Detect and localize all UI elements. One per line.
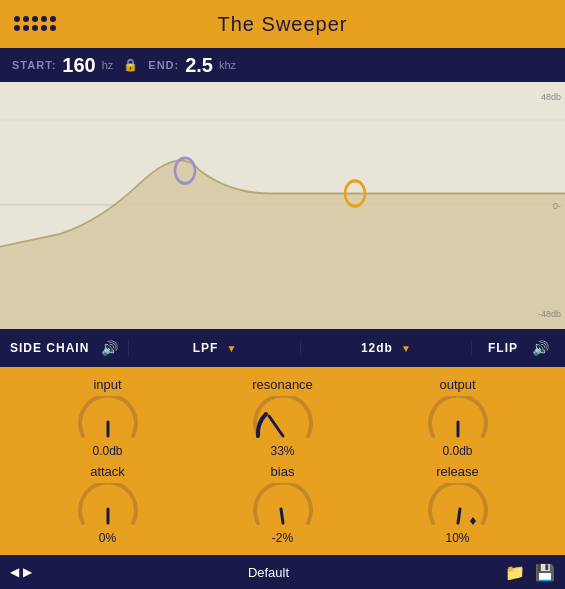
knob-row-1: input 0.0db resonance bbox=[20, 377, 545, 458]
db-top-label: 48db bbox=[541, 92, 561, 102]
preset-name: Default bbox=[32, 565, 505, 580]
svg-marker-12 bbox=[470, 517, 476, 525]
eq-display[interactable]: 48db 0- -48db bbox=[0, 82, 565, 329]
svg-line-11 bbox=[458, 509, 460, 523]
lock-icon[interactable]: 🔒 bbox=[123, 58, 138, 72]
footer: ◀ ▶ Default 📁 💾 bbox=[0, 555, 565, 589]
flip-label: FLIP bbox=[488, 341, 518, 355]
end-unit: khz bbox=[219, 59, 236, 71]
attack-knob-group: attack 0% bbox=[43, 464, 173, 545]
sidechain-label: SIDE CHAIN bbox=[10, 341, 89, 355]
release-label: release bbox=[436, 464, 479, 479]
start-value[interactable]: 160 bbox=[62, 54, 95, 77]
input-knob[interactable] bbox=[73, 396, 143, 440]
sidechain-section[interactable]: SIDE CHAIN 🔊 bbox=[0, 340, 129, 356]
svg-line-10 bbox=[281, 509, 283, 523]
resonance-knob[interactable] bbox=[248, 396, 318, 440]
header: The Sweeper bbox=[0, 0, 565, 48]
db-arrow-icon[interactable]: ▼ bbox=[401, 343, 411, 354]
knob-row-2: attack 0% bias bbox=[20, 464, 545, 545]
bias-value: -2% bbox=[272, 531, 293, 545]
flip-section[interactable]: FLIP 🔊 bbox=[472, 340, 565, 356]
end-label: END: bbox=[148, 59, 179, 71]
controls-bar: SIDE CHAIN 🔊 LPF ▼ 12db ▼ FLIP 🔊 bbox=[0, 329, 565, 367]
resonance-value: 33% bbox=[270, 444, 294, 458]
sidechain-speaker-icon[interactable]: 🔊 bbox=[101, 340, 118, 356]
db-section[interactable]: 12db ▼ bbox=[301, 341, 472, 355]
db-mid-label: 0- bbox=[553, 201, 561, 211]
freq-bar: START: 160 hz 🔒 END: 2.5 khz bbox=[0, 48, 565, 82]
attack-value: 0% bbox=[99, 531, 116, 545]
start-label: START: bbox=[12, 59, 56, 71]
folder-icon[interactable]: 📁 bbox=[505, 563, 525, 582]
resonance-label: resonance bbox=[252, 377, 313, 392]
lpf-arrow-icon[interactable]: ▼ bbox=[226, 343, 236, 354]
save-icon[interactable]: 💾 bbox=[535, 563, 555, 582]
attack-knob[interactable] bbox=[73, 483, 143, 527]
release-knob[interactable] bbox=[423, 483, 493, 527]
prev-preset-button[interactable]: ◀ bbox=[10, 565, 19, 579]
end-value[interactable]: 2.5 bbox=[185, 54, 213, 77]
plugin-container: The Sweeper START: 160 hz 🔒 END: 2.5 khz… bbox=[0, 0, 565, 589]
output-label: output bbox=[439, 377, 475, 392]
resonance-knob-group: resonance 33% bbox=[218, 377, 348, 458]
db-bot-label: -48db bbox=[538, 309, 561, 319]
knob-area: input 0.0db resonance bbox=[0, 367, 565, 555]
flip-speaker-icon[interactable]: 🔊 bbox=[532, 340, 549, 356]
input-knob-group: input 0.0db bbox=[43, 377, 173, 458]
bias-knob-group: bias -2% bbox=[218, 464, 348, 545]
release-value: 10% bbox=[445, 531, 469, 545]
eq-curve bbox=[0, 82, 565, 329]
preset-navigation[interactable]: ◀ ▶ bbox=[10, 565, 32, 579]
release-knob-group: release 10% bbox=[393, 464, 523, 545]
output-knob-group: output 0.0db bbox=[393, 377, 523, 458]
bias-label: bias bbox=[271, 464, 295, 479]
logo bbox=[14, 16, 57, 32]
lpf-section[interactable]: LPF ▼ bbox=[129, 341, 300, 355]
attack-label: attack bbox=[90, 464, 125, 479]
lpf-label: LPF bbox=[193, 341, 219, 355]
next-preset-button[interactable]: ▶ bbox=[23, 565, 32, 579]
output-knob[interactable] bbox=[423, 396, 493, 440]
output-value: 0.0db bbox=[442, 444, 472, 458]
input-label: input bbox=[93, 377, 121, 392]
footer-actions: 📁 💾 bbox=[505, 563, 555, 582]
svg-line-7 bbox=[269, 416, 283, 436]
input-value: 0.0db bbox=[92, 444, 122, 458]
plugin-title: The Sweeper bbox=[218, 13, 348, 36]
bias-knob[interactable] bbox=[248, 483, 318, 527]
db-label: 12db bbox=[361, 341, 393, 355]
start-unit: hz bbox=[102, 59, 114, 71]
